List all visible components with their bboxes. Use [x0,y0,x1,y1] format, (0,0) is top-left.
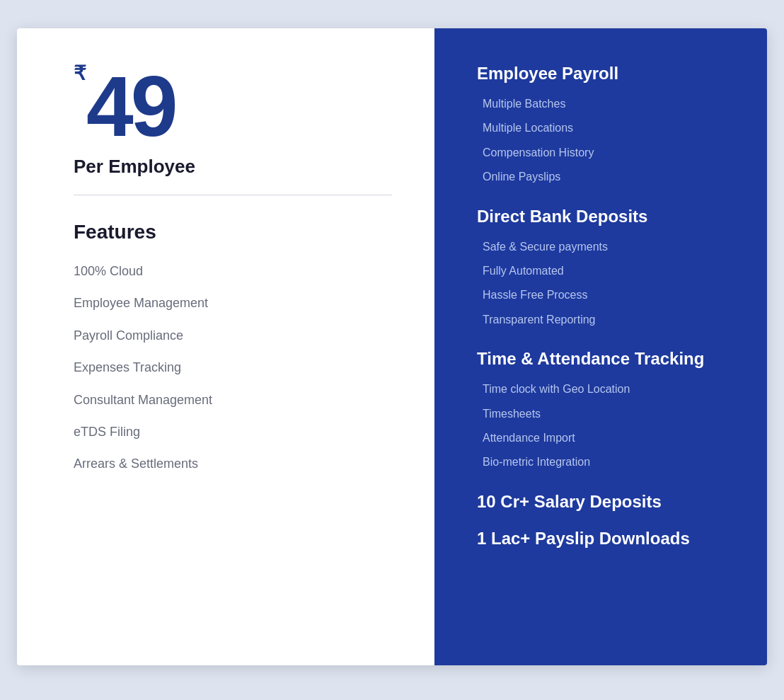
feature-item: Payroll Compliance [74,328,392,344]
time-attendance-title: Time & Attendance Tracking [477,349,732,369]
price-row: ₹ 49 [74,64,392,149]
feature-item: Consultant Management [74,392,392,408]
sub-item: Bio-metric Integration [477,454,732,470]
sub-item: Online Payslips [477,169,732,185]
left-panel: ₹ 49 Per Employee Features 100% Cloud Em… [17,28,434,665]
sub-item: Compensation History [477,145,732,161]
sub-item: Attendance Import [477,430,732,446]
feature-item: 100% Cloud [74,263,392,280]
sub-item: Safe & Secure payments [477,239,732,255]
sub-item: Fully Automated [477,263,732,279]
feature-item: Employee Management [74,295,392,311]
price-number: 49 [86,64,175,149]
stat-salary-deposits: 10 Cr+ Salary Deposits [477,492,732,512]
direct-bank-deposits-section: Direct Bank Deposits Safe & Secure payme… [477,207,732,328]
features-title: Features [74,221,392,243]
pricing-card: ₹ 49 Per Employee Features 100% Cloud Em… [17,28,767,665]
employee-payroll-section: Employee Payroll Multiple Batches Multip… [477,64,732,185]
feature-item: Arrears & Settlements [74,456,392,472]
per-employee-label: Per Employee [74,156,392,178]
employee-payroll-title: Employee Payroll [477,64,732,84]
feature-item: eTDS Filing [74,424,392,440]
right-panel: Employee Payroll Multiple Batches Multip… [434,28,767,665]
sub-item: Time clock with Geo Location [477,381,732,397]
sub-item: Timesheets [477,406,732,422]
feature-item: Expenses Tracking [74,360,392,376]
direct-bank-deposits-title: Direct Bank Deposits [477,207,732,226]
sub-item: Multiple Locations [477,120,732,136]
currency-symbol: ₹ [74,64,86,84]
sub-item: Transparent Reporting [477,312,732,328]
sub-item: Hassle Free Process [477,287,732,303]
divider [74,195,392,195]
sub-item: Multiple Batches [477,96,732,112]
stat-payslip-downloads: 1 Lac+ Payslip Downloads [477,529,732,549]
time-attendance-section: Time & Attendance Tracking Time clock wi… [477,349,732,471]
